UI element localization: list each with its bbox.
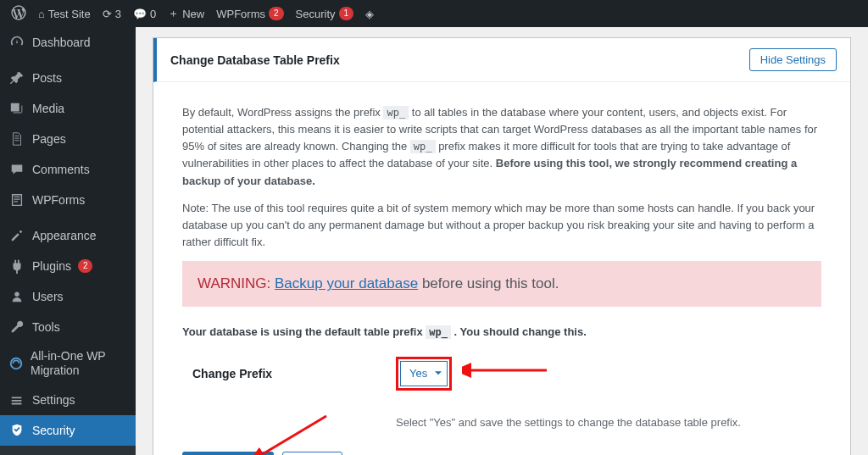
- change-prefix-panel: Change Database Table Prefix Hide Settin…: [153, 37, 851, 455]
- sidebar-item-label: Security: [32, 424, 75, 437]
- comments-icon: 💬: [133, 8, 147, 20]
- change-prefix-row: Change Prefix Yes Select "Yes" and save …: [182, 352, 821, 448]
- wp-logo[interactable]: [5, 0, 32, 27]
- form-icon: [8, 191, 25, 208]
- warning-after: before using this tool.: [418, 275, 559, 291]
- current-prefix-code: wp_: [426, 325, 451, 339]
- warning-box: WARNING: Backup your database before usi…: [182, 261, 821, 307]
- panel-header: Change Database Table Prefix Hide Settin…: [153, 38, 850, 82]
- admin-bar-wpforms[interactable]: WPForms 2: [210, 0, 289, 27]
- change-prefix-select[interactable]: Yes: [400, 361, 448, 386]
- media-icon: [8, 100, 25, 117]
- main-content: Change Database Table Prefix Hide Settin…: [136, 27, 868, 455]
- migration-icon: [8, 355, 24, 372]
- security-subitems: Settings Security Check: [0, 446, 136, 455]
- sidebar-item-security[interactable]: Security: [0, 415, 136, 446]
- admin-bar-comments[interactable]: 💬 0: [127, 0, 162, 27]
- cancel-button[interactable]: Cancel: [282, 452, 342, 455]
- site-title: Test Site: [48, 8, 91, 20]
- updates-icon: ⟳: [103, 8, 112, 20]
- comment-icon: [8, 161, 25, 178]
- sidebar-item-appearance[interactable]: Appearance: [0, 220, 136, 251]
- home-icon: ⌂: [38, 8, 45, 20]
- sidebar-item-label: Posts: [32, 71, 62, 85]
- field-description: Select "Yes" and save the settings to ch…: [396, 414, 741, 431]
- wpforms-count-badge: 2: [269, 7, 284, 20]
- status-line: Your database is using the default table…: [182, 324, 821, 341]
- sidebar-item-settings[interactable]: Settings: [0, 385, 136, 415]
- sidebar-item-label: All-in-One WP Migration: [31, 349, 127, 378]
- sidebar-item-label: Comments: [32, 163, 90, 176]
- appearance-icon: [8, 227, 25, 244]
- sidebar-item-tools[interactable]: Tools: [0, 312, 136, 342]
- security-sub-settings[interactable]: Settings: [0, 449, 136, 455]
- plus-icon: ＋: [168, 6, 179, 21]
- change-prefix-field: Yes Select "Yes" and save the settings t…: [396, 357, 741, 431]
- admin-bar-site[interactable]: ⌂ Test Site: [32, 0, 97, 27]
- description-paragraph-1: By default, WordPress assigns the prefix…: [182, 104, 821, 190]
- hide-settings-button[interactable]: Hide Settings: [749, 48, 837, 71]
- panel-title: Change Database Table Prefix: [170, 53, 340, 67]
- sidebar-item-label: Plugins: [32, 259, 71, 273]
- sidebar-item-label: Settings: [32, 393, 75, 407]
- sidebar-item-wpforms[interactable]: WPForms: [0, 185, 136, 215]
- sidebar-item-plugins[interactable]: Plugins 2: [0, 251, 136, 281]
- prefix-code: wp_: [410, 140, 436, 153]
- security-count-badge: 1: [339, 7, 354, 20]
- sidebar-item-label: Dashboard: [32, 36, 91, 49]
- wordpress-logo-icon: [11, 5, 26, 23]
- annotation-arrow-1: [462, 360, 555, 380]
- warning-label: WARNING:: [198, 275, 275, 291]
- sidebar-item-label: Tools: [32, 320, 60, 334]
- admin-bar-new[interactable]: ＋ New: [162, 0, 210, 27]
- settings-icon: [8, 391, 25, 408]
- sidebar-item-label: Users: [32, 290, 64, 303]
- action-buttons: Save Settings Cancel: [182, 452, 821, 455]
- plugins-badge: 2: [78, 259, 93, 273]
- tools-icon: [8, 319, 25, 336]
- sidebar-item-migration[interactable]: All-in-One WP Migration: [0, 342, 136, 385]
- security-label: Security: [296, 8, 336, 20]
- annotation-highlight-select: Yes: [396, 357, 452, 391]
- users-icon: [8, 288, 25, 305]
- admin-sidebar: Dashboard Posts Media Pages Comments WPF…: [0, 27, 136, 455]
- admin-bar: ⌂ Test Site ⟳ 3 💬 0 ＋ New WPForms 2 Secu…: [0, 0, 868, 27]
- plugins-icon: [8, 258, 25, 275]
- sidebar-item-dashboard[interactable]: Dashboard: [0, 27, 136, 58]
- wpforms-label: WPForms: [216, 8, 265, 20]
- sidebar-item-users[interactable]: Users: [0, 281, 136, 312]
- pages-icon: [8, 130, 25, 147]
- prefix-code: wp_: [383, 106, 409, 119]
- save-settings-button[interactable]: Save Settings: [182, 452, 274, 455]
- sidebar-item-pages[interactable]: Pages: [0, 124, 136, 154]
- diamond-icon: ◈: [365, 8, 374, 20]
- sidebar-item-posts[interactable]: Posts: [0, 63, 136, 93]
- shield-icon: [8, 422, 25, 439]
- sidebar-item-label: WPForms: [32, 193, 85, 207]
- admin-bar-extra[interactable]: ◈: [359, 0, 380, 27]
- admin-bar-updates[interactable]: ⟳ 3: [97, 0, 127, 27]
- pin-icon: [8, 69, 25, 86]
- sidebar-item-media[interactable]: Media: [0, 93, 136, 124]
- panel-body: By default, WordPress assigns the prefix…: [153, 82, 850, 455]
- updates-count: 3: [115, 8, 121, 20]
- new-label: New: [182, 8, 204, 20]
- change-prefix-label: Change Prefix: [192, 357, 294, 384]
- admin-bar-security[interactable]: Security 1: [290, 0, 360, 27]
- backup-link[interactable]: Backup your database: [275, 275, 418, 291]
- svg-point-0: [14, 292, 19, 297]
- sidebar-item-label: Appearance: [32, 229, 97, 242]
- sidebar-item-label: Media: [32, 102, 64, 115]
- description-paragraph-2: Note: The use of this tool requires quit…: [182, 200, 821, 251]
- sidebar-item-comments[interactable]: Comments: [0, 154, 136, 185]
- dashboard-icon: [8, 34, 25, 51]
- sidebar-item-label: Pages: [32, 132, 66, 146]
- comments-count: 0: [150, 8, 156, 20]
